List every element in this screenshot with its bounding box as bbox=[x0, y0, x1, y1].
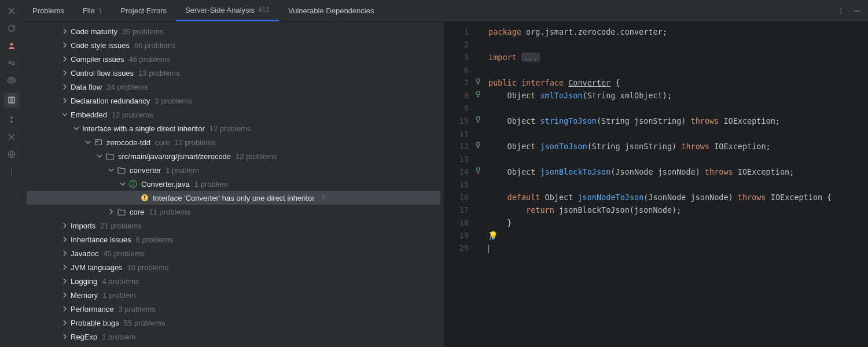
tree-row[interactable]: Code maturity35 problems bbox=[23, 24, 444, 38]
tree-row[interactable]: Control flow issues13 problems bbox=[23, 66, 444, 80]
chevron-right-icon[interactable] bbox=[60, 221, 69, 230]
code-line[interactable] bbox=[488, 127, 868, 140]
problems-tree[interactable]: Code maturity35 problemsCode style issue… bbox=[23, 22, 444, 347]
tab-file[interactable]: File1 bbox=[73, 0, 112, 21]
tree-row[interactable]: Javadoc45 problems bbox=[23, 246, 444, 260]
tree-row[interactable]: Code style issues66 problems bbox=[23, 38, 444, 52]
tree-row[interactable]: core11 problems bbox=[23, 205, 444, 219]
code-line[interactable] bbox=[488, 38, 868, 51]
expand-icon[interactable] bbox=[6, 115, 17, 125]
tree-row[interactable]: converter1 problem bbox=[23, 163, 444, 177]
more-icon[interactable] bbox=[6, 167, 17, 177]
tree-label: RegExp bbox=[71, 333, 97, 341]
chevron-down-icon[interactable] bbox=[118, 179, 127, 189]
minimize-icon[interactable] bbox=[853, 7, 861, 15]
tree-row[interactable]: zerocode-tddcore12 problems bbox=[23, 135, 444, 149]
tree-label: Code maturity bbox=[71, 27, 117, 36]
preview-icon[interactable] bbox=[6, 75, 17, 86]
code-line[interactable]: package org.jsmart.zerocode.converter; bbox=[488, 25, 868, 38]
tree-row[interactable]: Memory1 problem bbox=[23, 288, 444, 302]
folder-icon bbox=[105, 152, 115, 161]
tree-row[interactable]: Compiler issues46 problems bbox=[23, 52, 444, 66]
code-line[interactable]: Object xmlToJson(String xmlObject); bbox=[488, 89, 868, 102]
code-line[interactable] bbox=[488, 102, 868, 115]
kebab-icon[interactable] bbox=[837, 7, 845, 15]
tree-row[interactable]: IConverter.java1 problem bbox=[23, 177, 444, 191]
chevron-down-icon[interactable] bbox=[95, 152, 104, 161]
tree-row[interactable]: JVM languages10 problems bbox=[23, 260, 444, 274]
chevron-right-icon[interactable] bbox=[60, 235, 69, 244]
chevron-right-icon[interactable] bbox=[60, 27, 69, 36]
chevron-right-icon[interactable] bbox=[60, 96, 69, 105]
chevron-down-icon[interactable] bbox=[72, 124, 81, 133]
close-icon[interactable] bbox=[6, 6, 17, 16]
tree-row[interactable]: Probable bugs55 problems bbox=[23, 316, 444, 330]
tree-row[interactable]: Embedded12 problems bbox=[23, 108, 444, 121]
chevron-right-icon[interactable] bbox=[60, 304, 69, 313]
group-by-icon[interactable] bbox=[4, 93, 19, 108]
svg-rect-11 bbox=[97, 141, 98, 142]
code-line[interactable]: Object jsonToJson(String jsonString) thr… bbox=[488, 140, 868, 153]
tree-row[interactable]: Interface 'Converter' has only one direc… bbox=[27, 191, 440, 205]
chevron-down-icon[interactable] bbox=[60, 110, 69, 119]
link-icon[interactable] bbox=[6, 58, 17, 68]
code-line[interactable]: return jsonBlockToJson(jsonNode); bbox=[488, 204, 868, 216]
line-number: 16 bbox=[444, 191, 472, 204]
code-line[interactable]: } bbox=[488, 216, 868, 229]
code-line[interactable] bbox=[488, 153, 868, 165]
chevron-right-icon[interactable] bbox=[60, 332, 69, 341]
tab-project-errors[interactable]: Project Errors bbox=[112, 0, 176, 21]
tree-row[interactable]: Declaration redundancy3 problems bbox=[23, 94, 444, 108]
code-line[interactable] bbox=[488, 178, 868, 191]
tree-row[interactable]: RegExp1 problem bbox=[23, 330, 444, 344]
code-line[interactable]: }💡 bbox=[488, 229, 868, 242]
problem-count: 46 problems bbox=[128, 55, 170, 64]
code-line[interactable]: Object stringToJson(String jsonString) t… bbox=[488, 115, 868, 127]
line-number: 15 bbox=[444, 178, 472, 191]
chevron-right-icon[interactable] bbox=[60, 318, 69, 327]
tree-row[interactable]: Imports21 problems bbox=[23, 219, 444, 232]
chevron-right-icon[interactable] bbox=[60, 249, 69, 258]
code-line[interactable]: public interface Converter { bbox=[488, 76, 868, 89]
tree-label: JVM languages bbox=[71, 263, 123, 272]
chevron-right-icon[interactable] bbox=[60, 82, 69, 91]
refresh-icon[interactable] bbox=[6, 23, 17, 34]
code-line[interactable] bbox=[488, 64, 868, 76]
svg-point-8 bbox=[840, 10, 841, 12]
chevron-right-icon[interactable] bbox=[60, 290, 69, 300]
problem-count: 3 problems bbox=[155, 97, 192, 105]
tree-row[interactable]: src/main/java/org/jsmart/zerocode12 prob… bbox=[23, 149, 444, 163]
chevron-right-icon[interactable] bbox=[60, 40, 69, 50]
code-area[interactable]: package org.jsmart.zerocode.converter;im… bbox=[472, 22, 868, 347]
code-line[interactable]: default Object jsonNodeToJson(JsonNode j… bbox=[488, 191, 868, 204]
problem-count: 12 problems bbox=[112, 110, 153, 119]
code-line[interactable]: | bbox=[488, 242, 868, 254]
tab-server-side-analysis[interactable]: Server-Side Analysis411 bbox=[176, 0, 279, 21]
svg-rect-15 bbox=[144, 195, 145, 198]
code-line[interactable]: import ... bbox=[488, 51, 868, 64]
tab-problems[interactable]: Problems bbox=[23, 0, 73, 21]
web-icon[interactable] bbox=[6, 149, 17, 160]
svg-point-6 bbox=[11, 174, 12, 175]
code-editor[interactable]: 12367891011121314151617181920 package or… bbox=[444, 22, 868, 347]
tree-row[interactable]: Inheritance issues6 problems bbox=[23, 232, 444, 246]
chevron-down-icon[interactable] bbox=[106, 165, 116, 175]
collapse-icon[interactable] bbox=[6, 132, 17, 142]
tree-row[interactable]: Logging4 problems bbox=[23, 274, 444, 288]
tree-row[interactable]: Interface with a single direct inheritor… bbox=[23, 121, 444, 135]
chevron-right-icon[interactable] bbox=[60, 54, 69, 64]
tree-label: Interface 'Converter' has only one direc… bbox=[153, 194, 315, 202]
svg-point-5 bbox=[11, 171, 12, 172]
chevron-right-icon[interactable] bbox=[60, 276, 69, 286]
chevron-right-icon[interactable] bbox=[106, 207, 116, 216]
tree-row[interactable]: Data flow24 problems bbox=[23, 80, 444, 94]
code-line[interactable]: Object jsonBlockToJson(JsonNode jsonNode… bbox=[488, 165, 868, 178]
intention-bulb-icon[interactable]: 💡 bbox=[488, 231, 498, 240]
chevron-right-icon[interactable] bbox=[60, 263, 69, 272]
user-icon[interactable] bbox=[6, 40, 17, 51]
tree-row[interactable]: Performance3 problems bbox=[23, 302, 444, 316]
chevron-right-icon[interactable] bbox=[60, 68, 69, 77]
tab-vulnerable-dependencies[interactable]: Vulnerable Dependencies bbox=[279, 0, 383, 21]
chevron-down-icon[interactable] bbox=[83, 138, 93, 147]
svg-rect-16 bbox=[144, 200, 145, 201]
